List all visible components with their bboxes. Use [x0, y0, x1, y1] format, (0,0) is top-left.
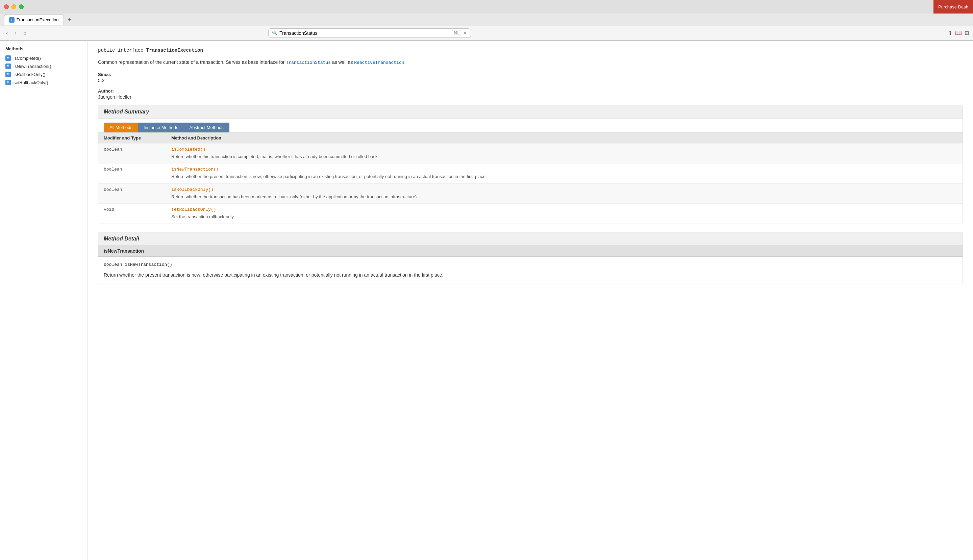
method-icon-3: M	[5, 80, 11, 85]
app-layout: Methods M isCompleted() M isNewTransacti…	[0, 41, 973, 560]
nav-actions: ⬆ 📖 ⊞	[948, 30, 969, 36]
method-link-1[interactable]: isNewTransaction()	[171, 167, 957, 172]
method-signature: boolean isNewTransaction()	[104, 262, 957, 267]
search-input[interactable]	[279, 30, 449, 36]
sidebar-item-label-3: setRollbackOnly()	[13, 80, 48, 85]
class-name: TransactionExecution	[146, 48, 203, 53]
method-icon-0: M	[5, 55, 11, 61]
method-link-0[interactable]: isCompleted()	[171, 147, 957, 152]
bookmarks-button[interactable]: 📖	[955, 30, 962, 36]
sidebar-item-label-1: isNewTransaction()	[13, 64, 51, 69]
search-clear-button[interactable]: ✕	[463, 30, 467, 36]
method-link-3[interactable]: setRollbackOnly()	[171, 207, 957, 212]
sidebar-item-3[interactable]: M setRollbackOnly()	[0, 78, 87, 87]
active-tab[interactable]: T TransactionExecution	[4, 14, 64, 25]
search-shortcut: ⌘L	[452, 30, 462, 36]
author-label: Author:	[98, 88, 963, 93]
method-cell-3: setRollbackOnly() Set the transaction ro…	[166, 204, 963, 223]
minimize-button[interactable]	[12, 4, 16, 9]
method-type-3: void	[98, 204, 166, 223]
close-button[interactable]	[4, 4, 9, 9]
method-icon-2: M	[5, 72, 11, 77]
sidebar-item-0[interactable]: M isCompleted()	[0, 54, 87, 62]
method-desc-2: Return whether the transaction has been …	[171, 194, 418, 199]
author-value: Juergen Hoeller	[98, 94, 963, 100]
filter-tabs: All Methods Instance Methods Abstract Me…	[98, 118, 963, 132]
traffic-lights	[4, 4, 23, 9]
reactive-transaction-link[interactable]: ReactiveTransaction	[354, 60, 404, 65]
method-type-0: boolean	[98, 143, 166, 163]
main-content: public interface TransactionExecution Co…	[88, 41, 973, 560]
nav-bar: ‹ › ⌂ 🔍 ⌘L ✕ ⬆ 📖 ⊞	[0, 26, 973, 40]
method-cell-1: isNewTransaction() Return whether the pr…	[166, 163, 963, 184]
method-detail-body: boolean isNewTransaction() Return whethe…	[98, 257, 963, 284]
search-icon: 🔍	[272, 30, 277, 35]
new-tab-button[interactable]: +	[65, 15, 74, 25]
class-description: Common representation of the current sta…	[98, 58, 963, 67]
method-detail-box: Method Detail isNewTransaction boolean i…	[98, 232, 963, 284]
method-detail-name: isNewTransaction	[98, 245, 963, 257]
back-button[interactable]: ‹	[4, 29, 10, 37]
author-section: Author: Juergen Hoeller	[98, 88, 963, 100]
table-row: boolean isCompleted() Return whether thi…	[98, 143, 963, 163]
col-method-desc: Method and Description	[166, 132, 963, 143]
method-desc-0: Return whether this transaction is compl…	[171, 154, 379, 159]
sidebar-item-label-0: isCompleted()	[13, 56, 41, 61]
table-row: void setRollbackOnly() Set the transacti…	[98, 204, 963, 223]
method-desc-3: Set the transaction rollback-only.	[171, 214, 235, 219]
sidebar: Methods M isCompleted() M isNewTransacti…	[0, 41, 88, 560]
class-declaration: public interface TransactionExecution	[98, 48, 963, 53]
purchase-dash-button[interactable]: Purchase Dash	[933, 0, 973, 13]
maximize-button[interactable]	[19, 4, 23, 9]
method-desc-1: Return whether the present transaction i…	[171, 174, 487, 179]
more-button[interactable]: ⊞	[965, 30, 969, 36]
since-label: Since:	[98, 72, 963, 77]
col-modifier-type: Modifier and Type	[98, 132, 166, 143]
tab-bar: T TransactionExecution +	[0, 13, 973, 26]
class-declaration-prefix: public interface	[98, 48, 146, 53]
method-type-2: boolean	[98, 183, 166, 204]
search-bar: 🔍 ⌘L ✕	[268, 28, 471, 38]
description-after: .	[404, 60, 406, 65]
forward-button[interactable]: ›	[12, 29, 18, 37]
method-icon-1: M	[5, 63, 11, 69]
all-methods-tab[interactable]: All Methods	[104, 123, 138, 132]
since-value: 5.2	[98, 78, 963, 83]
method-type-1: boolean	[98, 163, 166, 184]
method-cell-2: isRollbackOnly() Return whether the tran…	[166, 183, 963, 204]
tab-favicon: T	[9, 17, 15, 23]
share-button[interactable]: ⬆	[948, 30, 952, 36]
transaction-status-link[interactable]: TransactionStatus	[286, 60, 331, 65]
method-summary-header: Method Summary	[98, 105, 963, 118]
method-summary-box: Method Summary All Methods Instance Meth…	[98, 105, 963, 224]
tab-title: TransactionExecution	[17, 17, 59, 22]
home-button[interactable]: ⌂	[21, 29, 29, 37]
table-row: boolean isNewTransaction() Return whethe…	[98, 163, 963, 184]
since-section: Since: 5.2	[98, 72, 963, 83]
table-row: boolean isRollbackOnly() Return whether …	[98, 183, 963, 204]
method-detail-desc: Return whether the present transaction i…	[104, 271, 957, 278]
sidebar-item-2[interactable]: M isRollbackOnly()	[0, 70, 87, 78]
sidebar-section-title: Methods	[0, 45, 87, 54]
method-detail-header-title: Method Detail	[98, 232, 963, 245]
method-table: Modifier and Type Method and Description…	[98, 132, 963, 223]
sidebar-item-1[interactable]: M isNewTransaction()	[0, 62, 87, 70]
abstract-methods-tab[interactable]: Abstract Methods	[184, 123, 229, 132]
description-before: Common representation of the current sta…	[98, 60, 286, 65]
description-between: as well as	[331, 60, 354, 65]
instance-methods-tab[interactable]: Instance Methods	[138, 123, 184, 132]
method-cell-0: isCompleted() Return whether this transa…	[166, 143, 963, 163]
sidebar-item-label-2: isRollbackOnly()	[13, 72, 46, 77]
method-link-2[interactable]: isRollbackOnly()	[171, 187, 957, 192]
